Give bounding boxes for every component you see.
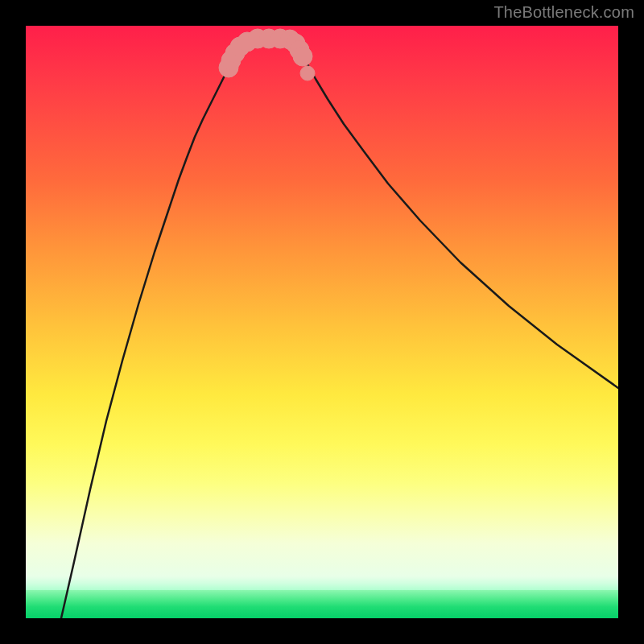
data-marker-12 (300, 66, 315, 80)
curves-svg (26, 26, 618, 618)
marker-group (219, 29, 315, 80)
watermark-text: TheBottleneck.com (493, 3, 634, 22)
data-marker-11 (293, 47, 312, 66)
curve-right-curve (283, 39, 618, 388)
curve-series-group (61, 39, 618, 618)
chart-frame: TheBottleneck.com (0, 0, 644, 644)
plot-area (26, 26, 618, 618)
curve-left-curve (61, 39, 275, 618)
